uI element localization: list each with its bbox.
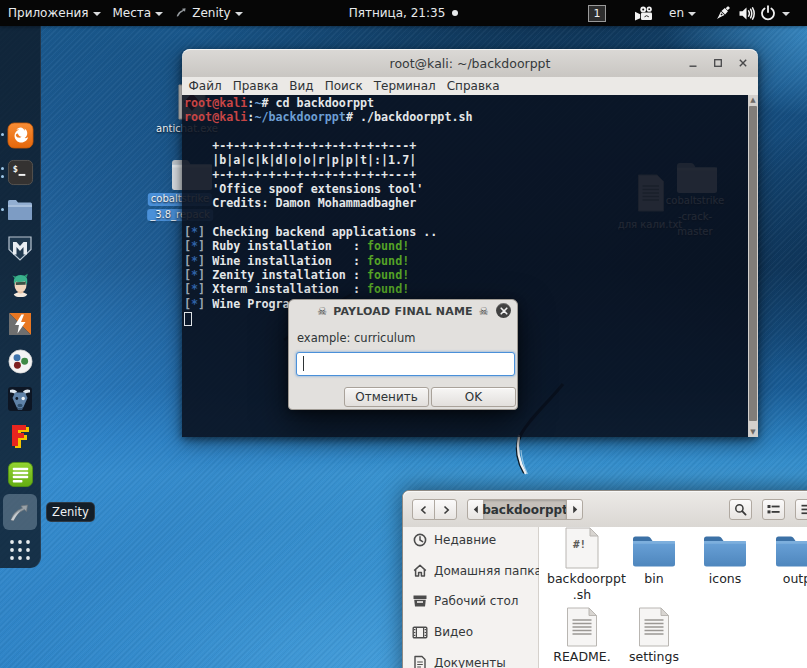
- scroll-down-arrow[interactable]: ▼: [748, 427, 758, 437]
- sidebar-item-recent[interactable]: Недавние: [403, 525, 538, 555]
- dock-item-burpsuite[interactable]: [6, 310, 34, 338]
- terminal-menu-item-2[interactable]: Вид: [284, 79, 319, 93]
- volume-icon[interactable]: [738, 0, 756, 26]
- dots-app-icon: [7, 348, 34, 375]
- file-item-README.[interactable]: README.: [547, 607, 617, 665]
- terminal-cursor: [184, 312, 192, 326]
- file-item-backdoorppt.sh[interactable]: #! backdoorppt.sh: [547, 529, 617, 602]
- beef-icon: [7, 386, 33, 412]
- places-menu[interactable]: Места: [107, 0, 170, 26]
- view-toggle-button[interactable]: [762, 499, 785, 520]
- sidebar-item-label: Недавние: [434, 533, 496, 547]
- terminal-titlebar[interactable]: root@kali: ~/backdoorppt: [182, 49, 758, 78]
- dialog-titlebar[interactable]: ☠ PAYLOAD FINAL NAME ☠: [289, 300, 517, 322]
- file-name-label: outp: [762, 571, 807, 587]
- folder-file-icon: [619, 529, 689, 569]
- dock-item-show-apps[interactable]: [6, 536, 34, 564]
- dock-item-terminal[interactable]: $: [6, 159, 34, 187]
- file-manager-window: backdoorppt Недавние Домашняя папка Рабо…: [402, 490, 807, 668]
- terminal-line: [*] Xterm installation : found!: [184, 282, 473, 296]
- firefox-icon: [7, 122, 34, 149]
- payload-name-input[interactable]: [296, 352, 515, 376]
- minimize-button[interactable]: [684, 54, 702, 72]
- notification-dot: [452, 10, 458, 16]
- terminal-menu-item-1[interactable]: Правка: [227, 79, 284, 93]
- file-item-bin[interactable]: bin: [619, 529, 689, 587]
- dialog-close-button[interactable]: [496, 303, 511, 318]
- breadcrumb-current-folder[interactable]: backdoorppt: [483, 499, 567, 520]
- search-button[interactable]: [729, 499, 752, 520]
- dock-item-armitage[interactable]: [6, 272, 34, 300]
- dock-item-dots-app[interactable]: [6, 347, 34, 375]
- dock-item-faraday[interactable]: [6, 423, 34, 451]
- terminal-line: [*] Zenity installation : found!: [184, 268, 473, 282]
- scrollbar-thumb[interactable]: [749, 106, 757, 421]
- dock-item-firefox[interactable]: [6, 121, 34, 149]
- sidebar-item-home[interactable]: Домашняя папка: [403, 556, 538, 586]
- file-name-label: backdoorppt.sh: [547, 571, 617, 602]
- terminal-menu-item-0[interactable]: Файл: [183, 79, 227, 93]
- file-name-label: bin: [619, 571, 689, 587]
- terminal-output: root@kali:~# cd backdoorpptroot@kali:~/b…: [184, 96, 473, 326]
- terminal-icon: $: [7, 159, 34, 186]
- cancel-button[interactable]: Отменить: [344, 387, 429, 407]
- zenity-app-icon: [175, 6, 188, 21]
- terminal-scrollbar[interactable]: ▲ ▼: [748, 95, 758, 437]
- pen-tool-icon[interactable]: [714, 0, 732, 26]
- dock-item-metasploit[interactable]: [6, 234, 34, 262]
- ok-button[interactable]: OK: [431, 387, 516, 407]
- sidebar-item-desktop[interactable]: Рабочий стол: [403, 586, 538, 616]
- text-caret: [303, 356, 304, 371]
- text-file-icon: [619, 607, 689, 647]
- zenity-dialog: ☠ PAYLOAD FINAL NAME ☠ example: curricul…: [288, 299, 518, 410]
- running-indicator-dot: [1, 175, 4, 178]
- favorites-dock: $: [0, 26, 41, 568]
- terminal-line: 'Office spoof extensions tool': [184, 182, 473, 196]
- dock-item-cherrytree[interactable]: [6, 460, 34, 488]
- dock-item-beef[interactable]: [6, 385, 34, 413]
- file-item-settings[interactable]: settings: [619, 607, 689, 665]
- screen-recorder-icon[interactable]: [634, 0, 653, 26]
- sidebar-item-video[interactable]: Видео: [403, 617, 538, 647]
- maximize-button[interactable]: [709, 54, 727, 72]
- terminal-line: root@kali:~/backdoorppt# ./backdoorppt.s…: [184, 110, 473, 124]
- system-menu-caret[interactable]: [778, 0, 807, 26]
- skull-icon: ☠: [479, 305, 489, 318]
- chevron-down-icon: [93, 12, 101, 16]
- script-file-icon: #!: [547, 529, 617, 569]
- breadcrumb-right-arrow[interactable]: [566, 499, 583, 520]
- terminal-line: [184, 211, 473, 225]
- file-name-label: icons: [690, 571, 760, 587]
- metasploit-icon: [7, 235, 33, 262]
- sidebar-item-documents[interactable]: Документы: [403, 648, 538, 668]
- terminal-line: [184, 125, 473, 139]
- folder-file-icon: [762, 529, 807, 569]
- home-icon: [412, 563, 428, 578]
- forward-button[interactable]: [434, 499, 457, 520]
- file-item-outp[interactable]: outp: [762, 529, 807, 587]
- armitage-icon: [7, 272, 34, 299]
- focused-app-menu[interactable]: Zenity: [169, 0, 248, 26]
- workspace-indicator[interactable]: 1: [588, 5, 606, 22]
- dock-item-files[interactable]: [6, 196, 34, 224]
- power-icon[interactable]: [760, 0, 778, 26]
- hamburger-menu-button[interactable]: [795, 499, 807, 520]
- video-icon: [412, 626, 428, 639]
- burpsuite-icon: [7, 311, 33, 337]
- terminal-menu-item-3[interactable]: Поиск: [319, 79, 368, 93]
- applications-menu[interactable]: Приложения: [0, 0, 107, 26]
- file-item-icons[interactable]: icons: [690, 529, 760, 587]
- input-source-menu[interactable]: en: [662, 0, 714, 26]
- dialog-title: PAYLOAD FINAL NAME: [333, 305, 473, 318]
- chevron-down-icon: [782, 12, 790, 16]
- back-button[interactable]: [412, 499, 435, 520]
- dock-item-zenity[interactable]: [6, 498, 34, 526]
- scroll-up-arrow[interactable]: ▲: [748, 95, 758, 105]
- terminal-menu-item-5[interactable]: Справка: [441, 79, 505, 93]
- clock[interactable]: Пятница, 21:35: [349, 6, 446, 20]
- places-label: Места: [113, 6, 152, 20]
- text-file-icon: [547, 607, 617, 647]
- sidebar-item-label: Документы: [434, 656, 506, 668]
- terminal-menu-item-4[interactable]: Терминал: [368, 79, 441, 93]
- close-button[interactable]: [734, 54, 752, 72]
